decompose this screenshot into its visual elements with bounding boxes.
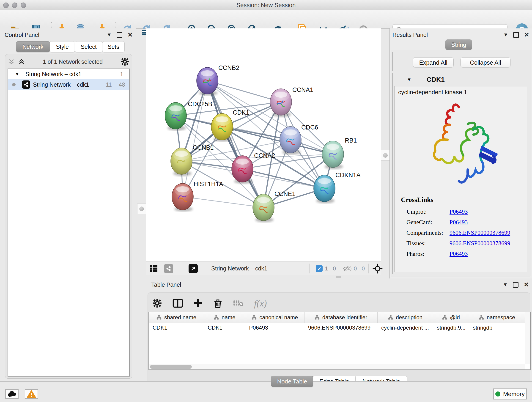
- network-node-label: CCNB1: [193, 144, 214, 151]
- network-node[interactable]: CCNB2: [196, 64, 239, 96]
- crosslink-row: Tissues:9606.ENSP00000378699: [406, 238, 525, 249]
- network-node-label: CDKN1A: [336, 172, 361, 179]
- network-view-toolbar: String Network – cdk1 1 - 0 0 - 0: [146, 262, 381, 275]
- tab-node-table[interactable]: Node Table: [271, 376, 313, 387]
- warnings-button[interactable]: [25, 389, 38, 399]
- network-canvas[interactable]: CCNB2CCNA1CDC25BCDK1CDC6RB1CCNB1CCNA2CDK…: [146, 28, 381, 262]
- float-panel-icon[interactable]: ▼: [503, 282, 508, 287]
- gene-description: cyclin-dependent kinase 1: [398, 89, 467, 96]
- node-table: shared namenamecanonical namedatabase id…: [148, 312, 531, 370]
- maximize-panel-icon[interactable]: [513, 32, 519, 38]
- network-row-selected[interactable]: String Network – cdk1 11 48: [8, 79, 129, 90]
- network-graph[interactable]: CCNB2CCNA1CDC25BCDK1CDC6RB1CCNB1CCNA2CDK…: [146, 28, 381, 262]
- string-results-container: Expand All Collapse All ▼ CDK1 cyclin-de…: [391, 50, 530, 276]
- tab-sets[interactable]: Sets: [102, 41, 125, 52]
- hidden-nodes-indicator[interactable]: 0 - 0: [343, 262, 365, 275]
- column-header[interactable]: description: [378, 312, 433, 323]
- detach-view-icon[interactable]: [189, 262, 198, 275]
- clear-table-icon[interactable]: [233, 299, 244, 307]
- table-cell[interactable]: cyclin-dependent ...: [378, 323, 433, 333]
- table-row[interactable]: CDK1CDK1P064939606.ENSP00000378699cyclin…: [149, 323, 525, 333]
- cloud-icon: [7, 391, 17, 397]
- crosslink-link[interactable]: P06493: [450, 219, 468, 226]
- right-divider-handle[interactable]: [381, 150, 390, 161]
- column-header[interactable]: database identifier: [304, 312, 378, 323]
- delete-column-icon[interactable]: [213, 298, 222, 308]
- birds-eye-view-icon[interactable]: [150, 262, 158, 275]
- scrollbar-thumb[interactable]: [150, 365, 192, 369]
- table-cell[interactable]: CDK1: [149, 323, 204, 333]
- table-settings-gear-icon[interactable]: [152, 298, 162, 308]
- network-node[interactable]: CCNE1: [253, 191, 296, 222]
- table-cell[interactable]: P06493: [245, 323, 304, 333]
- tab-style[interactable]: Style: [50, 41, 75, 52]
- fit-content-icon[interactable]: [373, 262, 383, 275]
- network-node-label: CCNA1: [292, 86, 313, 93]
- network-edge[interactable]: [183, 197, 264, 207]
- section-collapse-caret-icon[interactable]: ▼: [407, 77, 412, 82]
- function-builder-icon[interactable]: f(x): [254, 298, 267, 309]
- column-header[interactable]: canonical name: [245, 312, 304, 323]
- table-cell[interactable]: CDK1: [204, 323, 246, 333]
- network-node[interactable]: RB1: [322, 137, 357, 169]
- protein-structure-image: [424, 98, 502, 195]
- expand-all-icon[interactable]: [18, 58, 25, 65]
- maximize-panel-icon[interactable]: [117, 32, 122, 38]
- network-options-gear-icon[interactable]: [120, 57, 129, 66]
- horizontal-scrollbar[interactable]: [149, 364, 525, 370]
- memory-label: Memory: [503, 390, 525, 398]
- selected-checkbox-icon: [316, 265, 323, 272]
- close-panel-icon[interactable]: ✕: [127, 32, 133, 38]
- tab-network[interactable]: Network: [16, 41, 50, 52]
- network-node[interactable]: CDKN1A: [314, 172, 361, 203]
- column-header[interactable]: @id: [433, 312, 469, 323]
- table-cell[interactable]: 9606.ENSP00000378699: [304, 323, 378, 333]
- left-divider-handle[interactable]: [137, 204, 146, 214]
- float-panel-icon[interactable]: ▼: [503, 32, 508, 37]
- network-edge[interactable]: [207, 81, 281, 102]
- bottom-divider-handle[interactable]: [336, 276, 341, 278]
- network-node[interactable]: HIST1H1A: [172, 181, 223, 211]
- close-panel-icon[interactable]: ✕: [524, 32, 529, 38]
- separator: [339, 264, 339, 274]
- tab-select[interactable]: Select: [75, 41, 103, 52]
- table-cell[interactable]: stringdb: [469, 323, 525, 333]
- tab-string[interactable]: String: [445, 39, 472, 50]
- close-panel-icon[interactable]: ✕: [524, 282, 529, 288]
- column-header[interactable]: namespace: [469, 312, 525, 323]
- memory-button[interactable]: Memory: [493, 389, 527, 400]
- tree-expand-caret-icon[interactable]: ▼: [15, 71, 19, 77]
- separator: [368, 264, 369, 274]
- crosslink-link[interactable]: 9606.ENSP00000378699: [450, 230, 510, 236]
- crosslink-link[interactable]: P06493: [450, 208, 468, 215]
- column-header-label: database identifier: [322, 314, 367, 321]
- collapse-all-icon[interactable]: [8, 58, 15, 65]
- maximize-panel-icon[interactable]: [513, 282, 519, 288]
- crosslink-link[interactable]: P06493: [450, 250, 468, 257]
- network-edge[interactable]: [242, 169, 324, 188]
- column-header-label: description: [396, 314, 423, 321]
- cloud-button[interactable]: [5, 389, 19, 399]
- table-header-row: shared namenamecanonical namedatabase id…: [149, 312, 525, 323]
- network-node[interactable]: CDC6: [280, 124, 318, 155]
- network-collection-row[interactable]: ▼ String Network – cdk1 1: [8, 69, 129, 79]
- table-cell[interactable]: stringdb:9...: [433, 323, 469, 333]
- selected-nodes-indicator[interactable]: 1 - 0: [316, 262, 336, 275]
- network-node[interactable]: CDK1: [211, 109, 249, 142]
- expand-all-button[interactable]: Expand All: [413, 57, 454, 67]
- crosslink-label: Compartments:: [406, 230, 450, 236]
- warning-icon: [27, 390, 36, 398]
- column-header-label: canonical name: [259, 314, 298, 321]
- network-edge[interactable]: [207, 81, 264, 207]
- float-panel-icon[interactable]: ▼: [107, 32, 112, 37]
- toggle-column-view-icon[interactable]: [172, 299, 183, 308]
- crosslink-link[interactable]: 9606.ENSP00000378699: [450, 240, 510, 247]
- column-header[interactable]: name: [204, 312, 245, 323]
- gene-section-header[interactable]: ▼ CDK1: [393, 73, 529, 86]
- network-edge[interactable]: [183, 81, 207, 197]
- collapse-all-button[interactable]: Collapse All: [461, 57, 510, 67]
- add-column-icon[interactable]: [194, 299, 203, 308]
- column-header[interactable]: shared name: [149, 312, 204, 323]
- vertical-scrollbar[interactable]: [525, 312, 530, 364]
- network-overview-toggle-icon[interactable]: [164, 262, 173, 275]
